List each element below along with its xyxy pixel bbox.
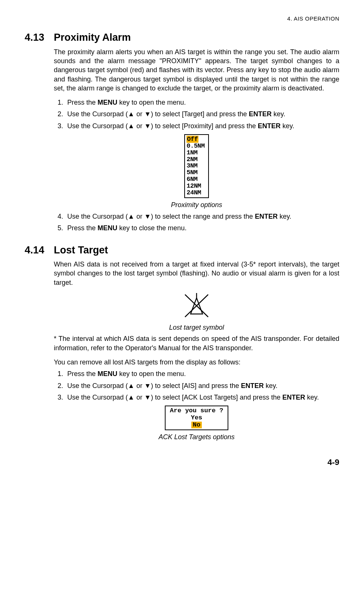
page-number: 4-9 bbox=[25, 457, 339, 468]
section-4-14-paragraph-3: You can remove all lost AIS targets from… bbox=[54, 358, 339, 367]
step-text: key. bbox=[281, 122, 294, 130]
step-text: Use the Cursorpad (▲ or ▼) to select [Pr… bbox=[67, 122, 258, 130]
section-4-14-heading: 4.14 Lost Target bbox=[25, 243, 339, 257]
ack-lost-targets-caption: ACK Lost Targets options bbox=[54, 432, 339, 441]
key-enter: ENTER bbox=[255, 213, 278, 220]
list-item: Use the Cursorpad (▲ or ▼) to select [AC… bbox=[65, 393, 339, 402]
step-text: key. bbox=[305, 394, 319, 401]
page-header-chapter: 4. AIS OPERATION bbox=[25, 15, 339, 22]
key-enter: ENTER bbox=[283, 394, 305, 401]
lost-target-symbol-caption: Lost target symbol bbox=[54, 323, 339, 332]
ack-lost-targets-figure: Are you sure ? Yes No ACK Lost Targets o… bbox=[54, 406, 339, 441]
proximity-options-caption: Proximity options bbox=[54, 200, 339, 209]
step-text: Use the Cursorpad (▲ or ▼) to select [AC… bbox=[67, 394, 283, 401]
key-menu: MENU bbox=[98, 224, 117, 232]
step-text: key to open the menu. bbox=[117, 99, 186, 106]
section-title: Proximity Alarm bbox=[54, 31, 131, 44]
ack-yes-option: Yes bbox=[170, 415, 223, 422]
key-enter: ENTER bbox=[258, 122, 281, 130]
section-number: 4.14 bbox=[25, 243, 54, 257]
section-4-14-footnote: * The interval at which AIS data is sent… bbox=[54, 334, 339, 352]
proximity-option: 5NM bbox=[186, 169, 207, 176]
section-4-13-steps-cont: Use the Cursorpad (▲ or ▼) to select the… bbox=[54, 212, 339, 233]
list-item: Use the Cursorpad (▲ or ▼) to select [Ta… bbox=[65, 110, 339, 118]
selected-option: Off bbox=[186, 136, 198, 143]
ack-prompt: Are you sure ? bbox=[170, 407, 223, 415]
list-item: Press the MENU key to open the menu. bbox=[65, 98, 339, 107]
key-enter: ENTER bbox=[249, 110, 272, 118]
section-number: 4.13 bbox=[25, 31, 54, 44]
proximity-option: 2NM bbox=[186, 156, 207, 163]
proximity-option: 6NM bbox=[186, 176, 207, 183]
step-text: key. bbox=[264, 382, 278, 389]
step-text: key. bbox=[278, 213, 291, 220]
section-4-13-steps: Press the MENU key to open the menu. Use… bbox=[54, 98, 339, 130]
selected-option: No bbox=[191, 422, 202, 429]
list-item: Use the Cursorpad (▲ or ▼) to select [Pr… bbox=[65, 121, 339, 130]
key-enter: ENTER bbox=[241, 382, 264, 389]
step-text: Use the Cursorpad (▲ or ▼) to select [Ta… bbox=[67, 110, 249, 118]
proximity-option: 0.5NM bbox=[186, 143, 207, 150]
step-text: Press the bbox=[67, 224, 98, 232]
step-text: key to close the menu. bbox=[117, 224, 186, 232]
list-item: Press the MENU key to close the menu. bbox=[65, 224, 339, 232]
lost-target-symbol-icon bbox=[181, 292, 212, 321]
step-text: Use the Cursorpad (▲ or ▼) to select the… bbox=[67, 213, 255, 220]
section-title: Lost Target bbox=[54, 243, 108, 257]
step-text: Press the bbox=[67, 99, 98, 106]
proximity-option: 12NM bbox=[186, 183, 207, 190]
key-menu: MENU bbox=[98, 370, 117, 378]
step-text: Use the Cursorpad (▲ or ▼) to select [AI… bbox=[67, 382, 241, 389]
step-text: key. bbox=[272, 110, 286, 118]
list-item: Press the MENU key to open the menu. bbox=[65, 369, 339, 378]
lost-target-symbol-figure: Lost target symbol bbox=[54, 292, 339, 332]
section-4-14-steps: Press the MENU key to open the menu. Use… bbox=[54, 369, 339, 402]
proximity-option-off: Off bbox=[186, 136, 207, 143]
proximity-options-figure: Off 0.5NM 1NM 2NM 3NM 5NM 6NM 12NM 24NM … bbox=[54, 134, 339, 209]
list-item: Use the Cursorpad (▲ or ▼) to select [AI… bbox=[65, 381, 339, 390]
proximity-option: 24NM bbox=[186, 190, 207, 196]
section-4-13-heading: 4.13 Proximity Alarm bbox=[25, 31, 339, 44]
step-text: key to open the menu. bbox=[117, 370, 186, 378]
proximity-option: 3NM bbox=[186, 163, 207, 169]
key-menu: MENU bbox=[98, 99, 117, 106]
section-4-14-paragraph-1: When AIS data is not received from a tar… bbox=[54, 260, 339, 287]
step-text: Press the bbox=[67, 370, 98, 378]
ack-lost-targets-box: Are you sure ? Yes No bbox=[165, 406, 229, 430]
section-4-13-paragraph: The proximity alarm alerts you when an A… bbox=[54, 47, 339, 93]
ack-no-option: No bbox=[170, 422, 223, 429]
proximity-option: 1NM bbox=[186, 150, 207, 156]
list-item: Use the Cursorpad (▲ or ▼) to select the… bbox=[65, 212, 339, 221]
proximity-options-box: Off 0.5NM 1NM 2NM 3NM 5NM 6NM 12NM 24NM bbox=[184, 134, 209, 198]
